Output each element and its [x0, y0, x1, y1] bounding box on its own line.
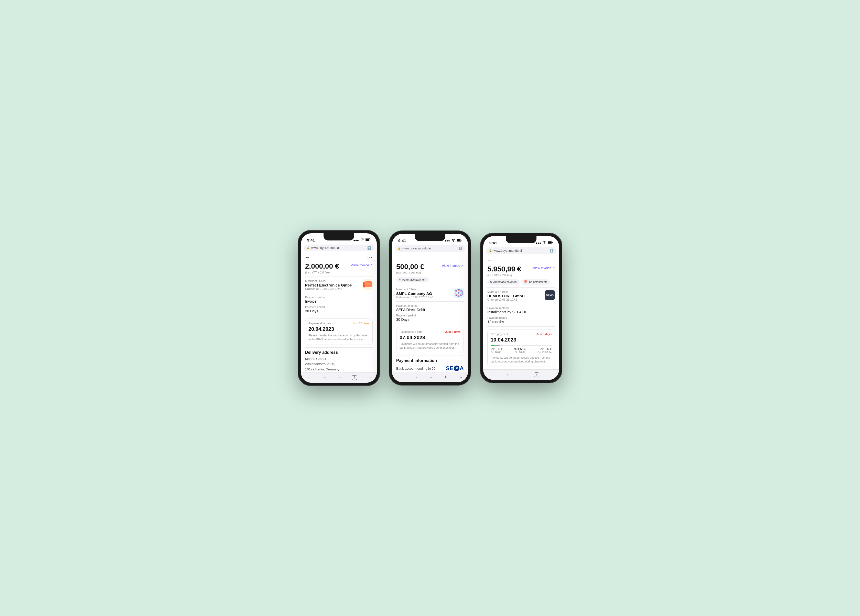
merchant-logo: [363, 279, 373, 290]
progress-empty-4: [516, 345, 520, 346]
progress-empty-9: [541, 345, 546, 346]
payment-method-block: Payment method SEPA Direct Debit: [396, 304, 464, 312]
share-icon: ⬆️: [549, 249, 553, 252]
merchant-label: Merchant / Seller: [305, 279, 352, 282]
phone-2-nav: ← ···: [392, 254, 468, 263]
automatic-payment-badge: ↻ Automatic payment: [487, 279, 520, 285]
browser-url: www.buyer.mondu.ai: [493, 249, 522, 252]
more-button[interactable]: ···: [549, 257, 555, 263]
phone-3-screen: 9:41 ●●● 🔒 www.buyer.mondu.ai ⬆️: [483, 236, 559, 380]
phone-3-status-icons: ●●●: [535, 241, 553, 245]
merchant-info: Merchant / Seller Perfect Electronics Gm…: [305, 279, 352, 290]
forward-nav-button[interactable]: →: [412, 375, 419, 380]
progress-empty-1: [500, 345, 505, 346]
divider-4: [305, 347, 373, 348]
merchant-name: SMPL Company AG: [396, 292, 433, 296]
more-nav-button[interactable]: ···: [366, 375, 373, 380]
tab-count[interactable]: 4: [534, 373, 539, 377]
browser-url: www.buyer.mondu.ai: [311, 246, 340, 250]
phone-3-browser-bar[interactable]: 🔒 www.buyer.mondu.ai ⬆️: [486, 248, 556, 254]
payment-method-value: SEPA Direct Debit: [396, 308, 464, 312]
more-button[interactable]: ···: [458, 255, 464, 260]
add-tab-button[interactable]: ＋: [336, 375, 344, 381]
view-invoice-link[interactable]: View invoice ↗: [351, 263, 373, 267]
back-nav-button[interactable]: ←: [396, 375, 403, 380]
battery-icon: [548, 241, 553, 245]
due-date-label: Payment due date: [308, 322, 331, 325]
back-nav-button[interactable]: ←: [305, 375, 312, 380]
progress-empty-2: [505, 345, 510, 346]
due-section: Payment due date ⚠ In 20 days 20.04.2023…: [305, 318, 373, 345]
payment-period-value: 30 Days: [305, 309, 373, 313]
svg-rect-6: [457, 239, 460, 241]
phone-2-time: 9:41: [398, 238, 406, 243]
payment-method-label: Payment method: [305, 296, 373, 299]
tab-count[interactable]: 4: [443, 375, 448, 379]
back-button[interactable]: ←: [487, 257, 493, 263]
phone-2-frame: 9:41 ●●● 🔒 www.buyer.mondu.ai ⬆️: [389, 231, 471, 386]
phone-2-browser-bar[interactable]: 🔒 www.buyer.mondu.ai ⬆️: [395, 245, 465, 252]
merchant-ordered: Ordered on 10.03.2023 10:45: [305, 287, 352, 290]
payment-method-block: Payment method Installments by SEPA DD: [487, 306, 555, 314]
phone-1-nav: ← ···: [301, 253, 377, 262]
due-date: 10.04.2023: [491, 337, 552, 343]
more-nav-button[interactable]: ···: [457, 375, 464, 380]
refresh-icon: ↻: [399, 278, 401, 281]
add-tab-button[interactable]: ＋: [519, 372, 526, 378]
badge-label: 12 installments: [529, 281, 547, 284]
amount-row: 5.950,99 € View invoice ↗: [487, 265, 555, 273]
svg-rect-1: [366, 239, 369, 241]
due-section: Payment due date ⚠ In 2 days 07.04.2023 …: [396, 327, 464, 353]
delivery-title: Delivery address: [305, 350, 373, 355]
divider-1: [305, 276, 373, 277]
forward-nav-button[interactable]: →: [321, 375, 328, 380]
phones-container: 9:41 ●●● 🔒 www.buyer.mondu.ai: [298, 230, 562, 386]
installment-2: 991,66 € On 10.04: [514, 347, 526, 354]
payment-period-label: Payment period: [305, 306, 373, 309]
due-header: Payment due date ⚠ In 20 days: [308, 322, 369, 325]
installments-badge: 📅 12 installments: [521, 279, 550, 285]
merchant-name: Perfect Electronics GmbH: [305, 283, 352, 287]
battery-icon: [457, 239, 462, 243]
due-status: ⚠ In 20 days: [352, 322, 369, 325]
merchant-ordered: Ordered on 10.03.2023 10:45: [396, 296, 433, 299]
vat-note: (incl. VAT + 2% fee): [396, 271, 464, 274]
add-tab-button[interactable]: ＋: [427, 374, 435, 380]
payment-method-label: Payment method: [487, 306, 555, 310]
more-nav-button[interactable]: ···: [548, 372, 555, 378]
phone-3: 9:41 ●●● 🔒 www.buyer.mondu.ai ⬆️: [480, 233, 562, 383]
refresh-icon: ↻: [490, 281, 492, 284]
view-invoice-link[interactable]: View invoice ↗: [533, 266, 555, 270]
back-button[interactable]: ←: [305, 254, 310, 260]
progress-empty-8: [537, 345, 541, 346]
phone-2-screen: 9:41 ●●● 🔒 www.buyer.mondu.ai ⬆️: [392, 234, 468, 382]
payment-period-value: 12 months: [487, 320, 555, 324]
phone-2: 9:41 ●●● 🔒 www.buyer.mondu.ai ⬆️: [389, 231, 471, 386]
phone-3-frame: 9:41 ●●● 🔒 www.buyer.mondu.ai ⬆️: [480, 233, 562, 383]
more-button[interactable]: ···: [367, 254, 373, 260]
wifi-icon: [360, 238, 364, 242]
amount-row: 2.000,00 € View invoice ↗: [305, 262, 373, 270]
merchant-row: Merchant / Seller DEMOSTORE GmbH Ordered…: [487, 290, 555, 301]
payment-info-title: Payment information: [396, 358, 464, 363]
svg-rect-4: [365, 282, 372, 287]
install-amount-2: 991,66 €: [514, 347, 526, 351]
tab-count[interactable]: 4: [352, 375, 357, 380]
view-invoice-link[interactable]: View invoice ↗: [442, 264, 464, 268]
back-nav-button[interactable]: ←: [487, 372, 494, 378]
svg-text:DEMO: DEMO: [546, 294, 554, 297]
due-status: ⚠ In 5 days: [536, 332, 552, 336]
divider-2: [396, 301, 464, 302]
progress-bar: [491, 345, 552, 346]
merchant-label: Merchant / Seller: [396, 288, 433, 291]
phone-1-bottom-bar: ← → ＋ 4 ···: [301, 372, 377, 383]
due-date-label: Payment due date: [400, 330, 422, 333]
merchant-row: Merchant / Seller SMPL Company AG Ordere…: [396, 288, 464, 299]
payment-method-label: Payment method: [396, 304, 464, 307]
back-button[interactable]: ←: [396, 255, 401, 261]
payment-period-block: Payment period 30 Days: [305, 306, 373, 313]
progress-empty-3: [510, 345, 515, 346]
forward-nav-button[interactable]: →: [503, 372, 510, 378]
phone-1-browser-bar[interactable]: 🔒 www.buyer.mondu.ai ⬆️: [304, 245, 374, 251]
vat-note: (incl. VAT + 2% fee): [305, 271, 373, 274]
